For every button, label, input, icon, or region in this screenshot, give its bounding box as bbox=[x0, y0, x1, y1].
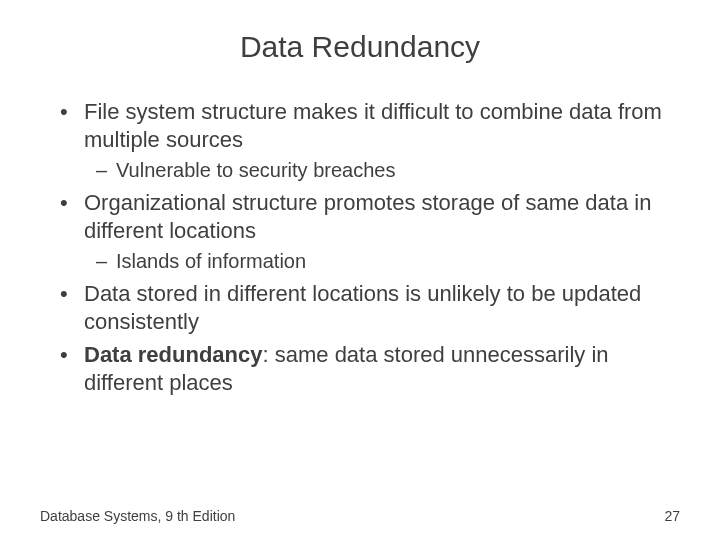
bullet-item: Organizational structure promotes storag… bbox=[60, 189, 680, 274]
bullet-text: File system structure makes it difficult… bbox=[84, 99, 662, 152]
sub-bullet-text: Vulnerable to security breaches bbox=[116, 159, 395, 181]
bullet-term: Data redundancy bbox=[84, 342, 263, 367]
bullet-text: Data stored in different locations is un… bbox=[84, 281, 641, 334]
bullet-text: Organizational structure promotes storag… bbox=[84, 190, 651, 243]
bullet-list: File system structure makes it difficult… bbox=[40, 98, 680, 396]
sub-bullet-text: Islands of information bbox=[116, 250, 306, 272]
sub-bullet-item: Islands of information bbox=[96, 248, 680, 274]
bullet-item: Data stored in different locations is un… bbox=[60, 280, 680, 335]
sub-bullet-list: Vulnerable to security breaches bbox=[84, 157, 680, 183]
footer-source: Database Systems, 9 th Edition bbox=[40, 508, 235, 524]
page-number: 27 bbox=[664, 508, 680, 524]
sub-bullet-list: Islands of information bbox=[84, 248, 680, 274]
slide-title: Data Redundancy bbox=[40, 30, 680, 64]
slide-footer: Database Systems, 9 th Edition 27 bbox=[40, 508, 680, 524]
sub-bullet-item: Vulnerable to security breaches bbox=[96, 157, 680, 183]
bullet-item: Data redundancy: same data stored unnece… bbox=[60, 341, 680, 396]
bullet-item: File system structure makes it difficult… bbox=[60, 98, 680, 183]
